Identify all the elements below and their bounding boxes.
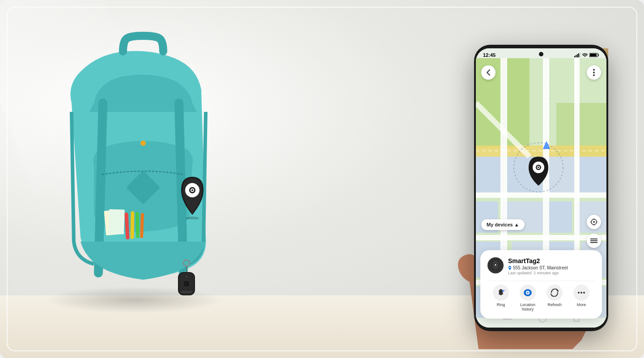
svg-rect-38 bbox=[577, 54, 578, 57]
svg-point-33 bbox=[183, 280, 190, 287]
device-updated: Last updated: 2 minutes ago bbox=[508, 271, 568, 275]
location-history-action-button[interactable]: Location history bbox=[520, 285, 536, 311]
svg-point-22 bbox=[140, 141, 146, 146]
svg-rect-40 bbox=[580, 53, 580, 57]
svg-rect-37 bbox=[576, 55, 576, 57]
phone-screen: 12:45 bbox=[476, 48, 606, 328]
location-history-icon-container bbox=[520, 285, 536, 301]
svg-point-41 bbox=[585, 56, 585, 57]
scene-container: 12:45 bbox=[0, 0, 644, 358]
wifi-icon bbox=[582, 53, 588, 57]
camera-notch bbox=[539, 52, 543, 56]
status-bar: 12:45 bbox=[476, 48, 606, 62]
svg-point-82 bbox=[593, 72, 595, 73]
refresh-label: Refresh bbox=[547, 303, 562, 307]
more-dots-icon bbox=[593, 69, 595, 76]
svg-rect-53 bbox=[547, 201, 572, 233]
smarttag-icon bbox=[491, 259, 500, 272]
map-area: My devices ▲ bbox=[476, 48, 606, 328]
svg-rect-36 bbox=[574, 56, 575, 57]
svg-rect-47 bbox=[476, 157, 503, 192]
svg-point-23 bbox=[186, 217, 199, 219]
svg-point-81 bbox=[593, 69, 595, 71]
svg-rect-70 bbox=[476, 192, 606, 198]
ring-icon-container bbox=[493, 285, 509, 301]
device-card-header: SmartTag2 555 Jackson ST, Mainstreet Las… bbox=[487, 257, 595, 275]
status-icons bbox=[574, 53, 599, 57]
svg-point-35 bbox=[186, 276, 187, 277]
device-info: SmartTag2 555 Jackson ST, Mainstreet Las… bbox=[508, 257, 568, 275]
svg-point-77 bbox=[538, 166, 539, 168]
svg-point-104 bbox=[578, 292, 580, 294]
map-locate-button[interactable] bbox=[587, 215, 601, 229]
my-devices-button[interactable]: My devices ▲ bbox=[481, 219, 525, 230]
backpack-svg bbox=[36, 22, 250, 313]
smarttag-device-svg bbox=[174, 260, 199, 300]
status-time: 12:45 bbox=[483, 52, 496, 58]
smarttag-on-backpack bbox=[174, 175, 210, 221]
svg-rect-50 bbox=[579, 157, 606, 192]
map-more-button[interactable] bbox=[587, 65, 601, 80]
svg-rect-49 bbox=[547, 157, 574, 192]
device-actions: Ring bbox=[487, 281, 595, 311]
more-icon-container bbox=[573, 285, 589, 301]
smarttag-pin-svg bbox=[174, 175, 210, 219]
list-icon bbox=[590, 238, 597, 243]
svg-point-29 bbox=[183, 260, 190, 266]
svg-rect-20 bbox=[136, 212, 139, 238]
backpack-container bbox=[36, 22, 250, 313]
svg-point-97 bbox=[509, 267, 511, 268]
locate-icon bbox=[590, 218, 597, 226]
location-pin-small-icon bbox=[508, 266, 512, 270]
refresh-action-button[interactable]: Refresh bbox=[547, 285, 563, 311]
refresh-icon bbox=[551, 289, 559, 297]
more-dots-horizontal-icon bbox=[577, 289, 585, 297]
svg-rect-39 bbox=[578, 53, 579, 57]
back-arrow-icon bbox=[486, 69, 491, 76]
device-address: 555 Jackson ST, Mainstreet bbox=[513, 265, 568, 270]
svg-rect-34 bbox=[181, 291, 192, 293]
svg-point-85 bbox=[593, 221, 595, 223]
svg-rect-17 bbox=[108, 209, 125, 234]
battery-icon bbox=[589, 53, 599, 57]
device-icon bbox=[487, 257, 504, 273]
signal-icon bbox=[574, 53, 580, 57]
svg-rect-19 bbox=[130, 211, 134, 239]
svg-point-106 bbox=[583, 292, 585, 294]
svg-point-27 bbox=[191, 189, 193, 191]
svg-point-102 bbox=[527, 292, 529, 294]
location-history-icon bbox=[524, 289, 532, 297]
phone-wrapper: 12:45 bbox=[465, 45, 635, 349]
ring-action-button[interactable]: Ring bbox=[493, 285, 509, 311]
map-list-button[interactable] bbox=[587, 234, 601, 248]
phone-frame: 12:45 bbox=[474, 45, 608, 331]
location-history-label: Location history bbox=[520, 303, 535, 311]
svg-point-105 bbox=[580, 292, 582, 294]
my-devices-label: My devices ▲ bbox=[487, 222, 519, 227]
svg-point-83 bbox=[593, 74, 595, 76]
map-back-button[interactable] bbox=[481, 65, 496, 80]
device-location: 555 Jackson ST, Mainstreet bbox=[508, 265, 568, 270]
svg-rect-43 bbox=[590, 54, 597, 56]
device-card: SmartTag2 555 Jackson ST, Mainstreet Las… bbox=[480, 250, 602, 319]
refresh-icon-container bbox=[547, 285, 563, 301]
more-label: More bbox=[577, 303, 586, 307]
more-action-button[interactable]: More bbox=[573, 285, 589, 311]
device-name: SmartTag2 bbox=[508, 257, 568, 264]
smarttag-hanging-device bbox=[174, 260, 199, 302]
ring-icon bbox=[497, 289, 505, 297]
ring-label: Ring bbox=[497, 303, 505, 307]
svg-point-96 bbox=[495, 264, 496, 266]
